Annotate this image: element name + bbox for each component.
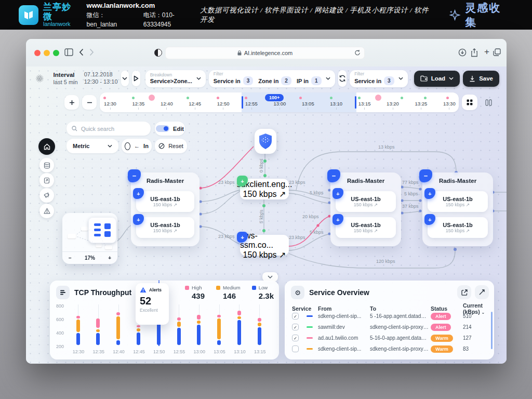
row-checkbox[interactable]: ✓ bbox=[292, 335, 299, 341]
alert-count-badge: 100+ bbox=[265, 94, 284, 101]
filter2-dropdown[interactable]: Filter Service in3 bbox=[350, 70, 408, 87]
bar-segment-low bbox=[177, 328, 181, 345]
group-card-radis-master-2[interactable]: − Radis-Master + US-east-1b 150 kbps ↗ +… bbox=[330, 172, 401, 246]
timeline-tick[interactable]: 13:25 bbox=[410, 101, 431, 110]
minimap[interactable]: − 17% + bbox=[62, 213, 117, 264]
timeline-tick[interactable]: 13:10 bbox=[326, 101, 347, 110]
expand-badge[interactable]: + bbox=[332, 214, 343, 225]
filter-dropdown[interactable]: Filter Service in3 Zone in2 IP in1 bbox=[209, 70, 335, 87]
node-us-east-1b[interactable]: + US-east-1b 150 kbps ↗ bbox=[136, 217, 194, 238]
table-row[interactable]: ✓ad.au1.twilio.com5-16-0-app.agent.datad… bbox=[292, 332, 487, 343]
node-us-east-1b[interactable]: + US-east-1b 150 kbps ↗ bbox=[136, 191, 194, 212]
share-icon[interactable] bbox=[471, 48, 478, 57]
open-external-button[interactable] bbox=[457, 285, 471, 299]
back-button[interactable] bbox=[79, 48, 84, 56]
edge-label: 13 kbps bbox=[378, 144, 395, 150]
column-view-button[interactable] bbox=[481, 95, 496, 110]
address-bar[interactable]: AI.intelegence.com bbox=[165, 47, 365, 59]
group-card-radis-master-1[interactable]: − Radis-Master + US-east-1b 150 kbps ↗ +… bbox=[131, 172, 200, 246]
timeline-tick[interactable]: 12:30 bbox=[100, 101, 121, 110]
node-us-east-1b[interactable]: + US-east-1b 150 kbps ↗ bbox=[428, 217, 488, 238]
timeline-tick[interactable]: 13:15 bbox=[354, 101, 375, 110]
node-us-east-1b[interactable]: + US-east-1b 150 kbps ↗ bbox=[336, 217, 396, 238]
filter-chip-zone: Zone in2 bbox=[258, 76, 291, 85]
node-rate: 150 kbps ↗ bbox=[153, 228, 178, 233]
load-button[interactable]: Load bbox=[414, 71, 460, 87]
node-us-east-1b[interactable]: + US-east-1b 150 kbps ↗ bbox=[336, 191, 396, 212]
expand-badge[interactable]: + bbox=[424, 214, 435, 225]
timeline-event-dot bbox=[217, 97, 219, 99]
new-tab-icon[interactable]: + bbox=[484, 47, 489, 57]
expand-badge[interactable]: + bbox=[424, 188, 435, 199]
minimap-zoom-in[interactable]: + bbox=[108, 255, 111, 261]
table-row[interactable]: sdkeng-client-sip...sdkeng-client-sip-pr… bbox=[292, 343, 487, 354]
timeline-tick[interactable]: 12:40 bbox=[156, 101, 177, 110]
alerts-popover[interactable]: Alerts 52 Excellent bbox=[136, 283, 169, 325]
row-checkbox[interactable] bbox=[292, 345, 299, 352]
firewall-shield-node[interactable] bbox=[255, 129, 276, 154]
topology-canvas[interactable]: Quick search Edit Metric ← In Reset bbox=[26, 114, 507, 282]
reload-icon[interactable] bbox=[354, 49, 361, 56]
timeline-tick[interactable]: 12:55 bbox=[241, 101, 262, 110]
timeline-zoom-in-button[interactable] bbox=[64, 95, 79, 110]
edge-label: 77 kbps bbox=[402, 180, 419, 185]
timeline-tick[interactable]: 12:50 bbox=[213, 101, 234, 110]
minimap-zoom-out[interactable]: − bbox=[69, 255, 72, 261]
timeline-tick[interactable]: 13:05 bbox=[298, 101, 318, 110]
node-name: US-east-1b bbox=[351, 196, 380, 202]
timeline-tick[interactable]: 13:20 bbox=[382, 101, 403, 110]
interval-dropdown-button[interactable] bbox=[121, 71, 129, 86]
chevron-down-icon bbox=[122, 77, 127, 80]
services-list: 大数据可视化设计 / 软件界面设计 / 网站建设 / 手机及小程序设计 / 软件… bbox=[200, 6, 435, 24]
play-button[interactable] bbox=[132, 71, 140, 86]
expand-badge[interactable]: + bbox=[332, 188, 343, 199]
edge-label: 120 kbps bbox=[376, 259, 395, 264]
timeline-tick[interactable]: 12:45 bbox=[184, 101, 205, 110]
node-aws-ssm[interactable]: + aws-ssm.co... 150 kbps ↗ bbox=[240, 235, 289, 256]
minimap-viewport[interactable] bbox=[88, 217, 116, 243]
table-row[interactable]: ✓sawmill:devsdkeng-client-sip-proxy:devA… bbox=[292, 322, 487, 332]
grid-view-button[interactable] bbox=[462, 95, 477, 110]
minimap-view-node bbox=[104, 231, 111, 237]
refresh-button[interactable] bbox=[338, 70, 347, 87]
privacy-report-icon[interactable] bbox=[154, 49, 162, 57]
node-sdkclient[interactable]: + sdkclient.eng... 150 kbps ↗ bbox=[240, 179, 289, 200]
expand-badge[interactable]: + bbox=[133, 188, 144, 199]
table-scrollbar[interactable] bbox=[491, 312, 493, 349]
downloads-icon[interactable] bbox=[458, 48, 467, 57]
bar-segment-low bbox=[116, 340, 120, 345]
timeline-zoom-out-button[interactable] bbox=[82, 95, 97, 110]
alert-marker-line bbox=[158, 325, 159, 346]
node-us-east-1b[interactable]: + US-east-1b 150 kbps ↗ bbox=[428, 191, 488, 212]
close-window-button[interactable] bbox=[34, 50, 41, 56]
table-row[interactable]: ✓sdkeng-client-sip...5 -16-app.agent.dat… bbox=[292, 311, 487, 322]
group-card-radis-master-3[interactable]: − Radis-Master + US-east-1b 150 kbps ↗ +… bbox=[422, 172, 493, 246]
edge-label: 23 kbps bbox=[289, 235, 305, 240]
node-rate: 150 kbps ↗ bbox=[243, 250, 286, 260]
minimize-window-button[interactable] bbox=[44, 50, 50, 56]
timeline-tick[interactable]: 13:30 bbox=[439, 101, 459, 110]
date-range[interactable]: 07.12.2018 12:30 - 13:10 bbox=[84, 71, 118, 86]
gear-icon[interactable]: ⚙ bbox=[291, 286, 304, 299]
bar-segment-medium bbox=[96, 329, 100, 332]
timeline-tick[interactable]: 12:35 bbox=[128, 101, 149, 110]
expand-badge[interactable]: + bbox=[133, 214, 144, 225]
sidebar-toggle-icon[interactable] bbox=[64, 48, 73, 56]
interval-selector[interactable]: Interval last 5 min bbox=[54, 71, 78, 86]
row-checkbox[interactable]: ✓ bbox=[292, 313, 299, 320]
maximize-window-button[interactable] bbox=[53, 50, 59, 56]
timeline-tick[interactable]: 13:00 bbox=[269, 101, 290, 110]
forward-button[interactable] bbox=[89, 48, 94, 56]
tab-overview-icon[interactable] bbox=[493, 48, 501, 56]
row-checkbox[interactable]: ✓ bbox=[292, 324, 299, 330]
save-button[interactable]: Save bbox=[463, 71, 499, 87]
alert-triangle-icon bbox=[140, 287, 147, 293]
expand-panel-button[interactable] bbox=[475, 285, 489, 299]
timeline-event-dot bbox=[401, 97, 403, 99]
breakdown-dropdown[interactable]: Breakdown Service>Zone... bbox=[145, 70, 206, 87]
filter2-chip-service: Service in3 bbox=[354, 76, 394, 85]
app-logo-icon[interactable] bbox=[35, 70, 44, 87]
collect-label: 灵感收集 bbox=[465, 1, 511, 30]
collect-brand: 灵感收集 bbox=[448, 1, 511, 30]
timeline-strip[interactable]: 100+ 12:3012:3512:4012:4512:5012:5513:00… bbox=[100, 92, 459, 112]
